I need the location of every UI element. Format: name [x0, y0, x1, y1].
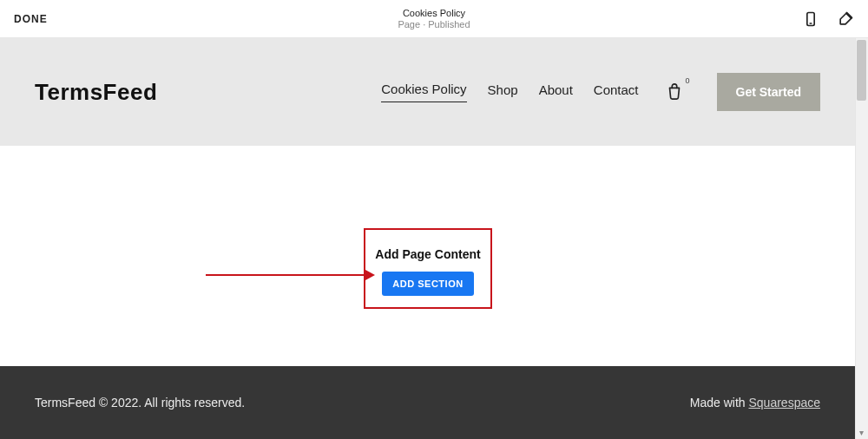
site-header: TermsFeed Cookies Policy Shop About Cont…: [0, 38, 855, 146]
mobile-preview-icon[interactable]: [802, 10, 819, 28]
scrollbar-thumb[interactable]: [857, 40, 866, 101]
site-footer: TermsFeed © 2022. All rights reserved. M…: [0, 366, 855, 439]
add-page-content-label: Add Page Content: [375, 247, 480, 261]
page-title: Cookies Policy: [398, 8, 470, 18]
site-preview: TermsFeed Cookies Policy Shop About Cont…: [0, 38, 855, 439]
footer-made-with: Made with Squarespace: [690, 396, 820, 410]
made-with-link[interactable]: Squarespace: [748, 396, 820, 410]
get-started-button[interactable]: Get Started: [717, 73, 820, 111]
site-nav: Cookies Policy Shop About Contact 0 Get …: [381, 73, 820, 111]
editor-left-group: DONE: [14, 11, 100, 27]
annotation-arrow-line: [206, 274, 371, 276]
editor-title-block: Cookies Policy Page · Published: [398, 8, 470, 29]
scroll-down-icon[interactable]: ▾: [855, 426, 868, 439]
nav-contact[interactable]: Contact: [594, 82, 639, 102]
done-button[interactable]: DONE: [14, 13, 48, 25]
editor-top-bar: DONE Cookies Policy Page · Published: [0, 0, 868, 38]
site-logo[interactable]: TermsFeed: [35, 79, 157, 106]
cart-icon: [665, 82, 684, 102]
paint-icon[interactable]: [837, 10, 854, 28]
history-buttons: [84, 11, 100, 27]
footer-copyright: TermsFeed © 2022. All rights reserved.: [35, 396, 245, 410]
page-canvas: Add Page Content ADD SECTION: [0, 146, 855, 366]
made-with-prefix: Made with: [690, 396, 749, 410]
add-section-button[interactable]: ADD SECTION: [382, 272, 473, 296]
editor-right-group: [802, 10, 854, 28]
page-status: Page · Published: [398, 19, 470, 29]
cart-button[interactable]: 0: [665, 82, 684, 102]
scrollbar-track[interactable]: ▾: [855, 38, 868, 439]
nav-shop[interactable]: Shop: [488, 82, 518, 102]
nav-cookies-policy[interactable]: Cookies Policy: [381, 82, 466, 102]
annotation-highlight-box: Add Page Content ADD SECTION: [364, 228, 492, 309]
preview-wrapper: TermsFeed Cookies Policy Shop About Cont…: [0, 38, 868, 439]
nav-about[interactable]: About: [539, 82, 573, 102]
cart-count: 0: [686, 76, 690, 85]
